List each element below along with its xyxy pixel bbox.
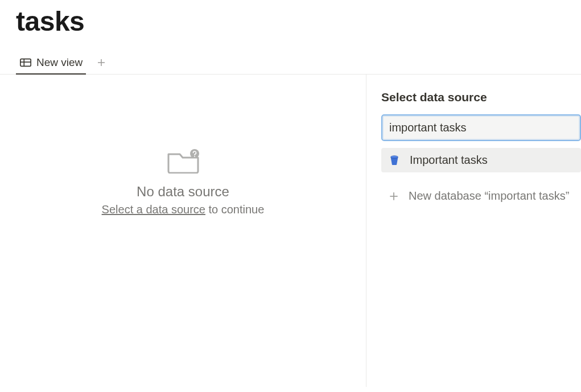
tab-new-view[interactable]: New view bbox=[16, 54, 86, 75]
side-panel-title: Select data source bbox=[381, 90, 581, 104]
add-view-button[interactable] bbox=[96, 57, 106, 71]
content-area: No data source Select a data source to c… bbox=[0, 75, 581, 387]
new-database-button[interactable]: New database “important tasks” bbox=[381, 184, 581, 208]
select-data-source-link[interactable]: Select a data source bbox=[102, 203, 205, 216]
table-icon bbox=[19, 56, 32, 69]
search-input-wrap bbox=[381, 114, 581, 141]
bucket-icon bbox=[388, 154, 401, 167]
new-database-label: New database “important tasks” bbox=[409, 189, 569, 203]
empty-state-title: No data source bbox=[137, 184, 229, 200]
view-tabs: New view bbox=[0, 37, 581, 75]
svg-point-6 bbox=[194, 156, 195, 157]
empty-state-trailing: to continue bbox=[205, 203, 264, 216]
folder-question-icon bbox=[166, 148, 200, 174]
tab-label: New view bbox=[36, 56, 83, 69]
main-panel: No data source Select a data source to c… bbox=[0, 75, 366, 387]
plus-icon bbox=[388, 191, 399, 202]
result-label: Important tasks bbox=[410, 154, 488, 167]
result-important-tasks[interactable]: Important tasks bbox=[381, 148, 581, 172]
empty-state-subtitle: Select a data source to continue bbox=[102, 203, 265, 216]
page-title: tasks bbox=[0, 0, 581, 37]
svg-rect-0 bbox=[20, 59, 31, 67]
data-source-panel: Select data source Important tasks bbox=[366, 75, 581, 387]
search-input[interactable] bbox=[384, 117, 579, 139]
